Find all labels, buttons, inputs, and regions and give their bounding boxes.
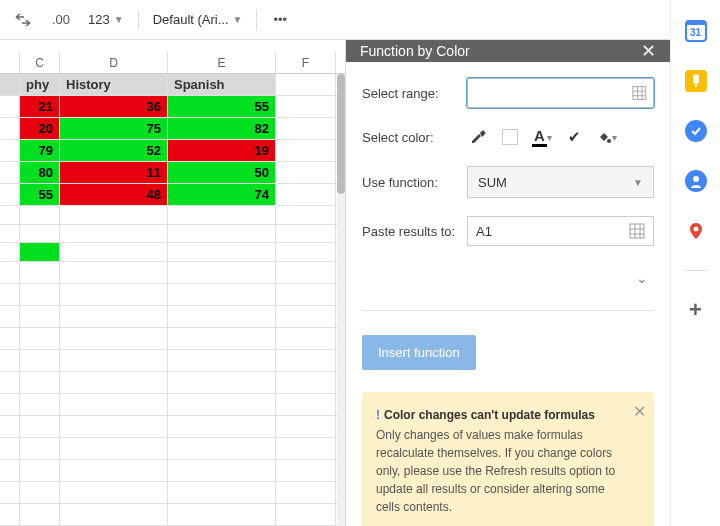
info-box: ✕ !Color changes can't update formulas O… bbox=[362, 392, 654, 526]
table-row: 55 48 74 bbox=[0, 184, 345, 206]
caret-down-icon: ▼ bbox=[114, 14, 124, 25]
cell-header[interactable]: phy bbox=[20, 74, 60, 95]
cell[interactable]: 55 bbox=[20, 184, 60, 205]
table-row bbox=[0, 504, 345, 526]
info-icon: ! bbox=[376, 408, 380, 422]
sidebar-header: Function by Color ✕ bbox=[346, 40, 670, 62]
table-row: 21 36 55 bbox=[0, 96, 345, 118]
svg-rect-6 bbox=[630, 224, 644, 238]
col-header[interactable]: D bbox=[60, 52, 168, 73]
cell[interactable]: 36 bbox=[60, 96, 168, 117]
table-row bbox=[0, 306, 345, 328]
font-dropdown[interactable]: Default (Ari...▼ bbox=[147, 8, 249, 31]
cell[interactable]: 82 bbox=[168, 118, 276, 139]
cell[interactable] bbox=[20, 243, 60, 261]
cell[interactable]: 80 bbox=[20, 162, 60, 183]
range-input[interactable] bbox=[467, 78, 654, 108]
more-button[interactable]: ••• bbox=[265, 8, 295, 31]
scroll-thumb[interactable] bbox=[337, 74, 345, 194]
svg-rect-0 bbox=[633, 87, 646, 100]
cell[interactable]: 50 bbox=[168, 162, 276, 183]
divider bbox=[362, 310, 654, 311]
table-row bbox=[0, 372, 345, 394]
col-header[interactable]: C bbox=[20, 52, 60, 73]
column-headers: C D E F bbox=[0, 52, 345, 74]
tasks-icon[interactable] bbox=[685, 120, 707, 142]
table-row bbox=[0, 206, 345, 225]
cell[interactable]: 11 bbox=[60, 162, 168, 183]
caret-down-icon: ▼ bbox=[233, 14, 243, 25]
table-row bbox=[0, 262, 345, 284]
cell[interactable]: 48 bbox=[60, 184, 168, 205]
number-format-dropdown[interactable]: 123▼ bbox=[82, 8, 130, 31]
caret-down-icon: ▼ bbox=[633, 177, 643, 188]
paint-bucket-button[interactable]: ▾ bbox=[595, 126, 617, 148]
cell-header[interactable]: Spanish bbox=[168, 74, 276, 95]
maps-icon[interactable] bbox=[685, 220, 707, 242]
svg-point-11 bbox=[693, 176, 699, 182]
cell[interactable]: 52 bbox=[60, 140, 168, 161]
range-field[interactable] bbox=[474, 86, 632, 101]
close-icon[interactable]: ✕ bbox=[641, 40, 656, 62]
header-row: phy History Spanish bbox=[0, 74, 345, 96]
cell[interactable]: 74 bbox=[168, 184, 276, 205]
cell[interactable]: 21 bbox=[20, 96, 60, 117]
grid-select-icon[interactable] bbox=[629, 223, 645, 239]
toolbar: .00 123▼ Default (Ari...▼ ••• bbox=[0, 0, 720, 40]
table-row bbox=[0, 438, 345, 460]
function-select[interactable]: SUM▼ bbox=[467, 166, 654, 198]
table-row bbox=[0, 460, 345, 482]
function-label: Use function: bbox=[362, 175, 457, 190]
check-icon[interactable]: ✔ bbox=[563, 126, 585, 148]
range-label: Select range: bbox=[362, 86, 457, 101]
table-row: 79 52 19 bbox=[0, 140, 345, 162]
eyedropper-icon[interactable] bbox=[467, 126, 489, 148]
cell[interactable]: 20 bbox=[20, 118, 60, 139]
table-row bbox=[0, 243, 345, 262]
undo-redo-icon[interactable] bbox=[6, 9, 40, 31]
cell[interactable]: 55 bbox=[168, 96, 276, 117]
cell-header[interactable]: History bbox=[60, 74, 168, 95]
cell[interactable]: 75 bbox=[60, 118, 168, 139]
divider bbox=[256, 10, 257, 30]
col-header[interactable]: E bbox=[168, 52, 276, 73]
table-row bbox=[0, 416, 345, 438]
fill-swatch[interactable] bbox=[499, 126, 521, 148]
paste-input[interactable]: A1 bbox=[467, 216, 654, 246]
paste-label: Paste results to: bbox=[362, 224, 457, 239]
decimal-decrease-button[interactable]: .00 bbox=[44, 8, 78, 31]
table-row bbox=[0, 284, 345, 306]
col-header[interactable]: F bbox=[276, 52, 336, 73]
scrollbar[interactable] bbox=[337, 74, 345, 526]
spreadsheet[interactable]: C D E F phy History Spanish 21 36 55 20 … bbox=[0, 40, 345, 526]
font-color-button[interactable]: A▾ bbox=[531, 126, 553, 148]
grid-select-icon[interactable] bbox=[632, 85, 647, 101]
sidebar-panel: Function by Color ✕ Select range: Select… bbox=[345, 40, 670, 526]
table-row bbox=[0, 350, 345, 372]
add-icon[interactable]: + bbox=[685, 299, 707, 321]
table-row bbox=[0, 328, 345, 350]
table-row: 20 75 82 bbox=[0, 118, 345, 140]
app-rail: 31 + bbox=[670, 0, 720, 526]
table-row bbox=[0, 394, 345, 416]
divider bbox=[138, 10, 139, 30]
insert-function-button[interactable]: Insert function bbox=[362, 335, 476, 370]
svg-point-12 bbox=[693, 227, 698, 232]
calendar-icon[interactable]: 31 bbox=[685, 20, 707, 42]
info-body: Only changes of values make formulas rec… bbox=[376, 428, 615, 514]
keep-icon[interactable] bbox=[685, 70, 707, 92]
table-row bbox=[0, 225, 345, 244]
table-row bbox=[0, 482, 345, 504]
table-row: 80 11 50 bbox=[0, 162, 345, 184]
contacts-icon[interactable] bbox=[685, 170, 707, 192]
svg-point-5 bbox=[607, 139, 611, 143]
cell[interactable]: 79 bbox=[20, 140, 60, 161]
close-icon[interactable]: ✕ bbox=[633, 400, 646, 424]
chevron-down-icon[interactable]: ⌄ bbox=[636, 270, 648, 286]
color-label: Select color: bbox=[362, 130, 457, 145]
cell[interactable]: 19 bbox=[168, 140, 276, 161]
sidebar-title: Function by Color bbox=[360, 43, 470, 59]
